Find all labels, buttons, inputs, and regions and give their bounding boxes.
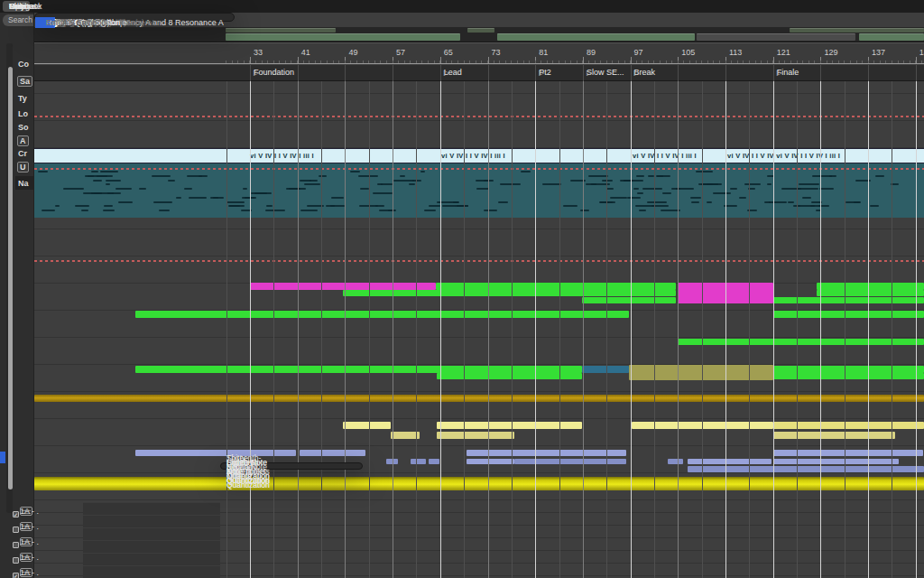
marker-flag-icon: ▷	[444, 69, 449, 77]
ruler-bar-number: 137	[872, 48, 885, 57]
clip-lightyellow[interactable]	[343, 422, 391, 429]
clip-peri[interactable]	[688, 459, 772, 464]
grid-bar-line	[559, 81, 560, 578]
clip-green[interactable]	[773, 297, 924, 303]
clip-green[interactable]	[817, 290, 924, 296]
clip-khaki2[interactable]	[437, 432, 514, 439]
clip-blueteal[interactable]	[582, 366, 629, 373]
track-item-label: 1A - .	[20, 553, 39, 562]
clip-green[interactable]	[817, 283, 924, 290]
clip-lightyellow[interactable]	[437, 422, 582, 429]
clip-golden[interactable]	[34, 477, 924, 490]
timeline-marker-pt2[interactable]: ▷Pt2	[539, 68, 551, 77]
timeline-marker-break[interactable]: ▷Break	[634, 68, 656, 77]
menu-item-emoji-symbols[interactable]: Emoji & Symbols⌃⌘Space	[35, 17, 55, 28]
track-checkbox[interactable]: ✓	[13, 573, 19, 578]
timeline-marker-finale[interactable]: ▷Finale	[777, 68, 799, 77]
track-list-item[interactable]: ✓1A - .	[20, 506, 83, 517]
midi-note	[799, 183, 818, 185]
clip-peri[interactable]	[135, 450, 296, 456]
midi-note	[563, 205, 578, 207]
midi-note	[375, 205, 385, 207]
timeline-marker-slow-se-[interactable]: ▷Slow SE...	[587, 68, 624, 77]
marker-cell-divider	[488, 65, 489, 81]
track-item-label: 1A - .	[20, 522, 39, 531]
menu-bar: eFileEditCreatePlaybackViewNavigateOptio…	[0, 0, 924, 13]
clip-mustard[interactable]	[34, 395, 924, 402]
sidebar-label-so[interactable]: So	[18, 123, 29, 132]
clip-peri[interactable]	[467, 459, 514, 464]
clip-green[interactable]	[135, 311, 629, 318]
sidebar-label-sa[interactable]: Sa	[17, 76, 32, 87]
clip-peri2[interactable]	[514, 459, 626, 464]
grid-bar-line	[464, 81, 465, 578]
clip-peri[interactable]	[773, 450, 923, 456]
sidebar-label-u[interactable]: U	[17, 162, 29, 172]
grid-bar-line	[820, 81, 821, 578]
chord-analysis-strip[interactable]: vi V IV I I V IV I iii Ivi V IV I I V IV…	[34, 148, 924, 163]
clip-peri2[interactable]	[429, 459, 439, 464]
clip-green[interactable]	[678, 339, 924, 345]
midi-note	[788, 201, 794, 203]
ruler-tick	[868, 57, 869, 63]
track-list-item[interactable]: 1A - .	[20, 536, 83, 547]
grid-bar-line	[250, 81, 251, 578]
clip-green[interactable]	[135, 366, 582, 373]
clip-peri2[interactable]	[688, 466, 924, 472]
sidebar-label-a[interactable]: A	[17, 135, 29, 146]
grid-bar-line	[226, 81, 227, 578]
clip-green[interactable]	[773, 311, 924, 318]
clip-peri[interactable]	[300, 450, 365, 456]
clip-green[interactable]	[437, 373, 582, 379]
track-checkbox[interactable]: ✓	[13, 511, 19, 517]
track-checkbox[interactable]	[13, 527, 19, 533]
sidebar-label-cr[interactable]: Cr	[18, 149, 27, 158]
submenu-item-thirty-second-note-quantization[interactable]: Thirty-Second Note Quantization	[221, 466, 234, 476]
midi-note	[812, 175, 832, 177]
timeline-marker-lead[interactable]: ▷Lead	[444, 68, 462, 77]
clip-peri2[interactable]	[411, 459, 426, 464]
chord-text: vi V IV I I V IV I iii I	[633, 152, 697, 160]
clip-peri[interactable]	[773, 459, 899, 464]
clip-lightyellow2[interactable]	[773, 422, 924, 429]
midi-note	[442, 205, 456, 207]
midi-overview-band[interactable]	[34, 163, 924, 218]
sidebar-label-co[interactable]: Co	[18, 60, 29, 69]
midi-note	[319, 175, 327, 177]
ruler-bar-number: 33	[254, 48, 263, 57]
sidebar-scrollbar-thumb[interactable]	[8, 67, 13, 489]
clip-green[interactable]	[582, 297, 676, 303]
track-list-item[interactable]: ✓1A - .	[20, 567, 83, 578]
search-input[interactable]: Search	[3, 14, 34, 26]
grid-bar-line	[393, 81, 393, 578]
bar-ruler[interactable]: 334149576573818997105113121129137145	[34, 42, 924, 64]
menubar-item-help[interactable]: Help	[3, 1, 32, 12]
track-checkbox[interactable]	[13, 557, 19, 564]
midi-note	[586, 183, 596, 185]
chord-text: vi V IV I I V IV vi V IV I I V IV I iii …	[727, 152, 840, 160]
timeline-marker-foundation[interactable]: ▷Foundation	[254, 68, 294, 77]
sidebar-label-lo[interactable]: Lo	[18, 109, 28, 118]
track-list-item[interactable]: 1A - .	[20, 521, 83, 532]
marker-flag-icon: ▷	[254, 69, 259, 77]
clip-green[interactable]	[436, 283, 676, 290]
grid-row-line	[0, 120, 924, 121]
clip-green[interactable]	[773, 366, 924, 373]
track-checkbox[interactable]	[13, 542, 19, 548]
sidebar-label-ty[interactable]: Ty	[18, 94, 27, 103]
clip-peri2[interactable]	[668, 459, 683, 464]
clip-khaki2[interactable]	[391, 432, 420, 439]
clip-khaki2[interactable]	[773, 432, 895, 439]
midi-note	[648, 175, 654, 177]
midi-note	[104, 205, 112, 207]
ruler-tick	[298, 57, 299, 63]
sidebar-label-na[interactable]: Na	[18, 179, 29, 188]
clip-peri[interactable]	[467, 450, 626, 456]
midi-note	[624, 180, 643, 182]
track-list-item[interactable]: 1A - .	[20, 552, 83, 563]
midi-note	[106, 180, 121, 182]
clip-magenta[interactable]	[250, 283, 436, 290]
timeline-overview-strip[interactable]	[34, 27, 924, 42]
marker-lane[interactable]: ▷Foundation▷Lead▷Pt2▷Slow SE...▷Break▷Fi…	[34, 65, 924, 81]
clip-green[interactable]	[773, 373, 924, 379]
